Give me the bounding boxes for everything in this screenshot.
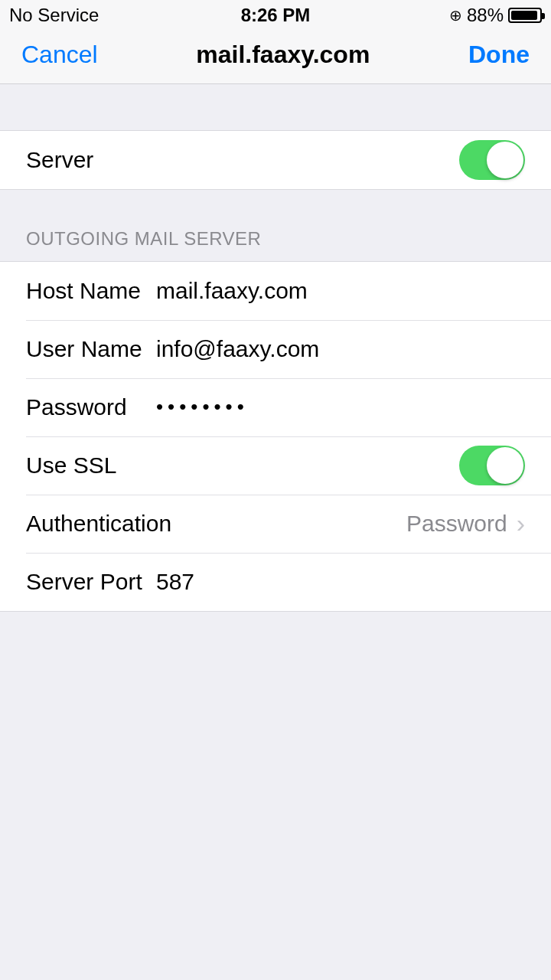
cancel-button[interactable]: Cancel bbox=[21, 41, 98, 69]
outgoing-section-header: OUTGOING MAIL SERVER bbox=[0, 190, 551, 261]
password-row: Password •••••••• bbox=[0, 378, 551, 436]
user-name-row: User Name bbox=[0, 320, 551, 378]
orientation-lock-icon: ⊕ bbox=[449, 6, 462, 24]
authentication-row[interactable]: Authentication Password › bbox=[0, 495, 551, 553]
server-label: Server bbox=[26, 146, 459, 174]
host-name-row: Host Name bbox=[0, 262, 551, 320]
password-label: Password bbox=[26, 394, 156, 421]
status-bar: No Service 8:26 PM ⊕ 88% bbox=[0, 0, 551, 31]
server-section: Server bbox=[0, 130, 551, 190]
use-ssl-label: Use SSL bbox=[26, 452, 459, 479]
host-name-field[interactable] bbox=[156, 278, 525, 304]
server-port-row: Server Port bbox=[0, 553, 551, 611]
carrier-label: No Service bbox=[9, 5, 187, 27]
authentication-label: Authentication bbox=[26, 510, 406, 537]
server-toggle[interactable] bbox=[459, 140, 525, 180]
clock-label: 8:26 PM bbox=[187, 5, 364, 27]
user-name-label: User Name bbox=[26, 335, 156, 363]
done-button[interactable]: Done bbox=[468, 41, 530, 69]
server-port-field[interactable] bbox=[156, 569, 525, 595]
battery-percent-label: 88% bbox=[467, 5, 504, 27]
password-field[interactable]: •••••••• bbox=[156, 395, 525, 419]
server-port-label: Server Port bbox=[26, 568, 156, 596]
authentication-value: Password bbox=[406, 510, 507, 537]
use-ssl-row: Use SSL bbox=[0, 436, 551, 495]
outgoing-section: Host Name User Name Password •••••••• Us… bbox=[0, 261, 551, 612]
server-row: Server bbox=[0, 131, 551, 189]
use-ssl-toggle[interactable] bbox=[459, 446, 525, 485]
chevron-right-icon: › bbox=[517, 508, 525, 539]
host-name-label: Host Name bbox=[26, 277, 156, 305]
nav-title: mail.faaxy.com bbox=[196, 40, 370, 69]
status-right: ⊕ 88% bbox=[364, 5, 542, 27]
nav-bar: Cancel mail.faaxy.com Done bbox=[0, 31, 551, 84]
battery-icon bbox=[508, 8, 542, 23]
user-name-field[interactable] bbox=[156, 336, 525, 362]
